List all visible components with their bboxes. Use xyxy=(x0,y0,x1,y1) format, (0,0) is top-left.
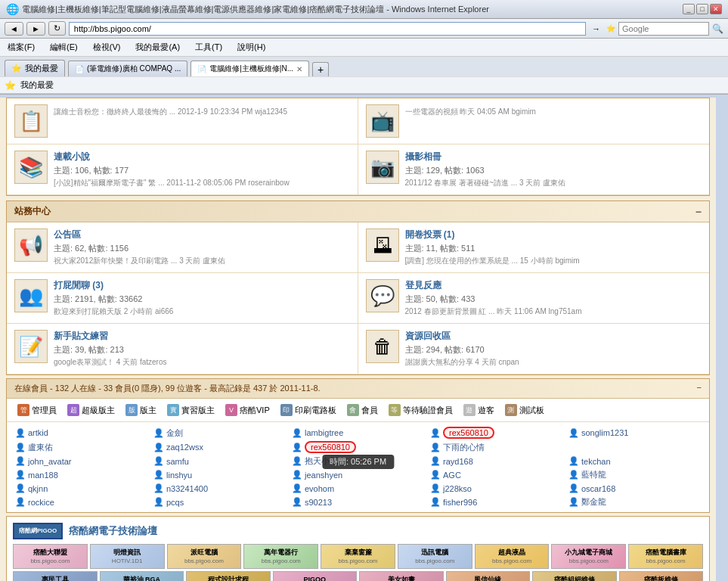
member-n33-icon: 👤 xyxy=(153,483,164,494)
forward-button[interactable]: ► xyxy=(26,22,45,36)
ad-banner-8[interactable]: 痞酷電腦書庫 bbs.pigoo.com xyxy=(628,544,703,570)
ad-banner-5[interactable]: 迅訊電腦 bbs.pigoo.com xyxy=(398,544,472,570)
ad-banner-r2-5[interactable]: 風信仙緣 xyxy=(446,571,531,581)
ad-banner-7[interactable]: 小九城電子商城 bbs.pigoo.com xyxy=(551,544,626,570)
back-button[interactable]: ◄ xyxy=(5,22,23,36)
member-agc-link[interactable]: AGC xyxy=(443,471,461,480)
menu-help[interactable]: 說明(H) xyxy=(234,40,268,54)
add-to-favorites-icon[interactable]: ⭐ xyxy=(606,24,615,33)
ad-banner-r2-0[interactable]: 惠民工具 xyxy=(13,571,98,581)
tab-close-button[interactable]: ✕ xyxy=(296,65,302,73)
forum-newpost-name[interactable]: 新手貼文練習 xyxy=(54,330,167,343)
forum-vote-name[interactable]: 開卷投票 (1) xyxy=(405,228,580,241)
refresh-button[interactable]: ↻ xyxy=(48,21,66,36)
forum-icon-photo: 📷 xyxy=(366,151,399,184)
ad-banner-r2-2-name: 程式設計求程 xyxy=(188,575,268,581)
member-jinjian-link[interactable]: 金劍 xyxy=(166,427,183,439)
forum-name-serial[interactable]: 連載小說 xyxy=(54,151,290,163)
member-ludongyu-link[interactable]: 盧東佑 xyxy=(28,442,53,453)
member-tekchan-link[interactable]: tekchan xyxy=(581,457,611,466)
forum-last-novel: 讓維士音粉您：徹終終人最後悔的 ... 2012-1-9 10:23:34 PM… xyxy=(54,107,287,117)
member-artkid-link[interactable]: artkid xyxy=(28,428,48,437)
forum-vote: 🗳 開卷投票 (1) 主題: 11, 帖數: 511 [調查] 您現在使用的作業… xyxy=(358,222,710,273)
member-rayd-link[interactable]: rayd168 xyxy=(443,457,473,466)
role-member-icon: 會 xyxy=(347,404,359,416)
forum-recycle-name[interactable]: 資源回收區 xyxy=(405,330,519,343)
member-rain-link[interactable]: 下雨的心情 xyxy=(443,442,485,453)
member-linshyu-link[interactable]: linshyu xyxy=(166,471,192,480)
member-john-link[interactable]: john_avatar xyxy=(28,457,72,466)
minimize-button[interactable]: _ xyxy=(683,4,695,14)
member-zheng-link[interactable]: 鄭金龍 xyxy=(581,496,606,508)
ad-banner-r2-3[interactable]: PIGOO xyxy=(273,571,358,581)
member-rockice-link[interactable]: rockice xyxy=(28,498,54,507)
forum-announcement-name[interactable]: 公告區 xyxy=(54,228,225,241)
member-linshyu: 👤 linshyu xyxy=(153,469,287,480)
address-input[interactable]: http://bbs.pigoo.com/ xyxy=(69,22,586,36)
member-oscar-link[interactable]: oscar168 xyxy=(581,484,615,493)
tab-new[interactable]: + xyxy=(312,62,329,76)
menu-tools[interactable]: 工具(T) xyxy=(192,40,225,54)
role-pcb-icon: 印 xyxy=(280,404,293,416)
ad-banner-r2-7[interactable]: 痞酷板維修 xyxy=(619,571,704,581)
ie-logo-icon: 🌐 xyxy=(6,3,19,15)
member-pcqs-link[interactable]: pcqs xyxy=(166,498,184,507)
ad-banner-4[interactable]: 棄棄窗簾 bbs.pigoo.com xyxy=(321,544,395,570)
role-trainee-icon: 實 xyxy=(167,404,179,416)
forum-feedback-name[interactable]: 登見反應 xyxy=(405,279,582,292)
tab-favorites[interactable]: ⭐ 我的最愛 xyxy=(5,60,65,76)
member-fisher-link[interactable]: fisher996 xyxy=(443,498,477,507)
ad-banner-r2-6[interactable]: 痞酷組細維修 xyxy=(532,571,617,581)
announcement-icon: 📢 xyxy=(19,234,43,257)
ad-banner-3[interactable]: 萬年電器行 bbs.pigoo.com xyxy=(243,544,318,570)
ad-banner-1[interactable]: 明燈資訊 HOTIV.1D1 xyxy=(90,544,165,570)
ad-banner-2[interactable]: 派旺電腦 bbs.pigoo.com xyxy=(167,544,242,570)
member-baotian-link[interactable]: 抱天小姐 xyxy=(305,455,338,467)
ad-banner-0[interactable]: 痞酷大聯盟 bbs.pigoo.com xyxy=(13,544,88,570)
member-n33-link[interactable]: n33241400 xyxy=(166,484,208,493)
member-samfu-link[interactable]: samfu xyxy=(166,457,189,466)
member-agc-icon: 👤 xyxy=(429,469,441,480)
tab-compaq[interactable]: 📄 (筆電維修)廣柏 COMPAQ ... xyxy=(68,61,187,76)
station-collapse-button[interactable]: − xyxy=(695,206,702,218)
member-s90-link[interactable]: s90213 xyxy=(305,498,332,507)
member-rex2-highlight: rex560810 xyxy=(305,441,356,453)
menu-file[interactable]: 檔案(F) xyxy=(5,40,38,54)
close-button[interactable]: ✕ xyxy=(710,4,722,14)
member-oscar-icon: 👤 xyxy=(568,483,579,494)
page-icon-1: 📄 xyxy=(75,65,84,73)
member-evohom-icon: 👤 xyxy=(291,483,302,494)
member-s90-icon: 👤 xyxy=(291,496,302,508)
menu-view[interactable]: 檢視(V) xyxy=(90,40,124,54)
member-qkjnn-link[interactable]: qkjnn xyxy=(28,484,48,493)
go-button[interactable]: → xyxy=(589,24,603,33)
member-songlim-link[interactable]: songlim1231 xyxy=(581,428,628,437)
ad-banner-r2-4[interactable]: 美女如畫 xyxy=(359,571,444,581)
member-rex2-link[interactable]: rex560810 xyxy=(311,443,350,452)
member-evohom-link[interactable]: evohom xyxy=(305,484,334,493)
maximize-button[interactable]: □ xyxy=(696,4,708,14)
tab-main[interactable]: 📄 電腦維修|主機板維修|N... ✕ xyxy=(191,61,309,76)
title-bar: 🌐 電腦維修|主機板維修|筆記型電腦維修|液晶螢幕維修|電源供應器維修|家電維修… xyxy=(0,0,728,19)
member-lambigtree-link[interactable]: lambigtree xyxy=(305,428,343,437)
ad-banner-r2-2[interactable]: 程式設計求程 xyxy=(186,571,271,581)
member-man188-link[interactable]: man188 xyxy=(28,471,58,480)
ad-banner-r2-1-name: 華裕油 BGA xyxy=(102,575,182,581)
search-button[interactable]: 🔍 xyxy=(712,23,723,34)
member-j228-link[interactable]: j228kso xyxy=(443,484,472,493)
member-lantelong-link[interactable]: 藍特龍 xyxy=(581,469,606,480)
member-jeans-link[interactable]: jeanshyen xyxy=(305,471,342,480)
ad-banner-5-url: bbs.pigoo.com xyxy=(400,557,470,565)
search-input[interactable] xyxy=(618,22,709,36)
member-rex1-link[interactable]: rex560810 xyxy=(449,428,488,437)
forum-name-photo[interactable]: 攝影相冊 xyxy=(405,151,566,163)
forum-chat-name[interactable]: 打屁閒聊 (3) xyxy=(54,279,173,292)
menu-favorites[interactable]: 我的最愛(A) xyxy=(132,40,183,54)
online-collapse-button[interactable]: − xyxy=(697,383,702,392)
member-john-icon: 👤 xyxy=(14,455,26,467)
ad-banner-6[interactable]: 超典液晶 bbs.pigoo.com xyxy=(475,544,550,570)
ad-banner-r2-1[interactable]: 華裕油 BGA xyxy=(100,571,184,581)
menu-edit[interactable]: 編輯(E) xyxy=(47,40,81,54)
recycle-icon: 🗑 xyxy=(373,335,392,359)
member-zaq-link[interactable]: zaq12wsx xyxy=(166,443,203,452)
